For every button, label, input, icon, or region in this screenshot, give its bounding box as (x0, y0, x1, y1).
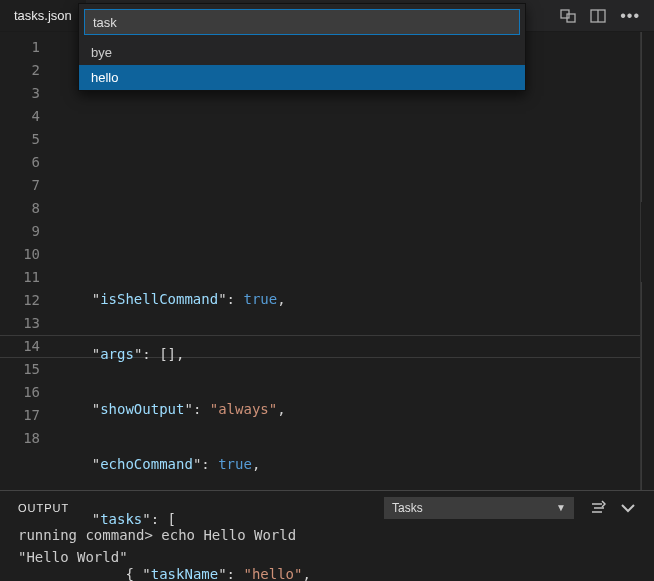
palette-item-bye[interactable]: bye (79, 40, 525, 65)
editor-actions: ••• (546, 0, 654, 31)
more-actions-icon[interactable]: ••• (620, 8, 640, 24)
command-palette: bye hello (78, 3, 526, 91)
line-number-gutter: 1234 5678 9101112 13141516 1718 (0, 32, 58, 490)
command-palette-input[interactable] (84, 9, 520, 35)
minimap[interactable] (640, 32, 654, 490)
tab-tasks-json[interactable]: tasks.json (0, 0, 87, 31)
tab-title: tasks.json (14, 8, 72, 23)
code-content[interactable]: "isShellCommand": true, "args": [], "sho… (58, 32, 654, 490)
output-channel-label: Tasks (392, 501, 423, 515)
split-search-icon[interactable] (560, 8, 576, 24)
palette-item-hello[interactable]: hello (79, 65, 525, 90)
chevron-down-icon: ▼ (556, 502, 566, 513)
output-channel-select[interactable]: Tasks ▼ (384, 497, 574, 519)
split-editor-icon[interactable] (590, 8, 606, 24)
code-editor[interactable]: 1234 5678 9101112 13141516 1718 "isShell… (0, 32, 654, 490)
